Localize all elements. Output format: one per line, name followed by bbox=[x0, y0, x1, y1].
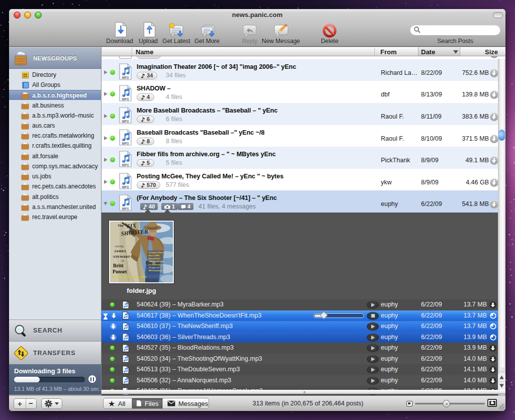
svg-text:MP3: MP3 bbox=[122, 163, 129, 167]
svg-text:MP3: MP3 bbox=[122, 207, 129, 211]
svg-text:MP3: MP3 bbox=[122, 141, 129, 145]
svg-text:MP3: MP3 bbox=[122, 75, 129, 79]
svg-text:MP3: MP3 bbox=[122, 185, 129, 188]
svg-text:MP3: MP3 bbox=[122, 97, 129, 101]
svg-text:MP3: MP3 bbox=[122, 119, 129, 123]
